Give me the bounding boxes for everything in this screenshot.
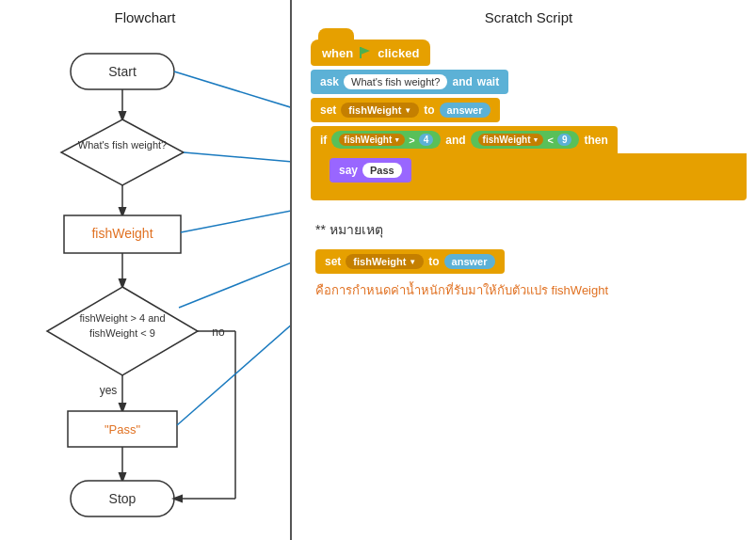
note-description: คือการกำหนดค่าน้ำหนักที่รับมาให้กับตัวแป… — [315, 281, 747, 301]
say-block: say Pass — [330, 158, 411, 183]
svg-line-25 — [181, 199, 290, 232]
svg-marker-9 — [47, 287, 198, 375]
if-block-wrapper: if fishWeight ▼ > 4 and fishWe — [311, 126, 747, 200]
svg-text:fishWeight: fishWeight — [91, 226, 153, 241]
say-label: say — [339, 164, 358, 177]
ask-label: ask — [320, 75, 339, 88]
svg-text:no: no — [212, 326, 225, 339]
fishweight-var-label: fishWeight — [348, 104, 401, 116]
set-label: set — [320, 103, 336, 117]
note-title: ** หมายเหตุ — [315, 219, 747, 240]
condition-pill-2: fishWeight ▼ < 9 — [471, 131, 580, 149]
num9: 9 — [557, 134, 572, 146]
wait-label: wait — [477, 75, 499, 88]
svg-marker-3 — [61, 119, 184, 185]
svg-text:yes: yes — [100, 384, 118, 397]
svg-text:Stop: Stop — [109, 491, 137, 506]
svg-rect-6 — [64, 215, 181, 253]
when-label: when — [322, 46, 353, 60]
scratch-blocks-container: when clicked ask What's fish weight? and… — [311, 40, 747, 200]
ask-block: ask What's fish weight? and wait — [311, 70, 747, 94]
svg-rect-0 — [71, 54, 174, 89]
condition-pill-1: fishWeight ▼ > 4 — [331, 131, 441, 149]
svg-line-23 — [174, 71, 290, 125]
note-set-block: set fishWeight ▼ to answer — [315, 249, 505, 274]
svg-rect-14 — [68, 411, 177, 447]
svg-text:"Pass": "Pass" — [105, 422, 141, 437]
fw-var-1: fishWeight ▼ — [339, 134, 405, 146]
svg-text:fishWeight > 4  and: fishWeight > 4 and — [79, 312, 165, 324]
and-label: and — [452, 75, 472, 88]
answer-pill: answer — [440, 103, 491, 118]
lt-label: < — [547, 135, 553, 146]
if-end-cap — [311, 187, 747, 200]
pass-value: Pass — [362, 163, 402, 178]
to-label: to — [424, 103, 434, 117]
flag-icon — [358, 45, 373, 60]
svg-line-26 — [179, 240, 290, 308]
and-label2: and — [445, 134, 465, 147]
ask-input-value: What's fish weight? — [344, 74, 447, 89]
flowchart-container: Start What's fish weight? fishWeight — [0, 35, 290, 533]
svg-text:What's fish weight?: What's fish weight? — [78, 139, 167, 151]
flowchart-panel: Flowchart Start What's fish weight? — [0, 0, 292, 540]
main-container: Flowchart Start What's fish weight? — [0, 0, 756, 540]
svg-text:fishWeight < 9: fishWeight < 9 — [89, 327, 155, 339]
note-var-pill: fishWeight ▼ — [346, 254, 424, 269]
then-label: then — [584, 134, 607, 147]
note-section: ** หมายเหตุ set fishWeight ▼ to answer ค… — [311, 219, 747, 301]
if-body: say Pass — [311, 153, 747, 187]
scratch-panel: Scratch Script when clicked — [292, 0, 756, 540]
svg-rect-17 — [71, 481, 174, 516]
set-var-pill: fishWeight ▼ — [341, 103, 419, 118]
svg-line-24 — [184, 152, 290, 167]
set-block: set fishWeight ▼ to answer — [311, 98, 747, 122]
scratch-title: Scratch Script — [311, 9, 747, 25]
dropdown-arrow: ▼ — [404, 106, 411, 115]
if-label: if — [320, 134, 327, 147]
note-set-label: set — [325, 255, 341, 268]
note-answer-pill: answer — [444, 254, 495, 269]
svg-line-27 — [177, 275, 290, 425]
clicked-label: clicked — [378, 46, 419, 60]
flowchart-title: Flowchart — [0, 9, 290, 25]
gt-label: > — [409, 135, 414, 146]
flowchart-svg: Start What's fish weight? fishWeight — [0, 35, 290, 533]
fw-var-2: fishWeight ▼ — [478, 134, 544, 146]
note-to-label: to — [428, 255, 439, 268]
svg-text:Start: Start — [108, 64, 137, 79]
svg-marker-28 — [361, 47, 370, 55]
num4: 4 — [419, 134, 434, 146]
when-clicked-block: when clicked — [311, 40, 747, 66]
